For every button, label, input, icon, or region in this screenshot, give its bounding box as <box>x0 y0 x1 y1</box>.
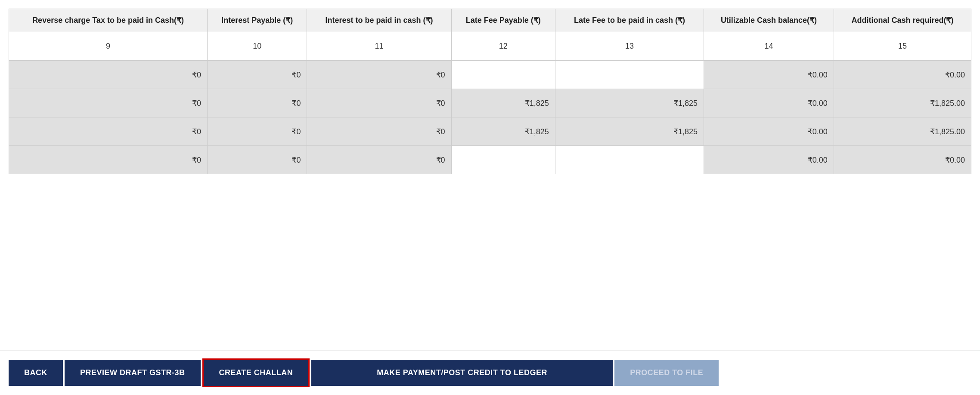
row4-col14: ₹0.00 <box>704 146 834 174</box>
row3-col15: ₹1,825.00 <box>834 117 971 146</box>
row1-col15: ₹0.00 <box>834 61 971 89</box>
row4-col11[interactable]: ₹0 <box>307 146 451 174</box>
col14-header: Utilizable Cash balance(₹) <box>704 9 834 32</box>
col15-header: Additional Cash required(₹) <box>834 9 971 32</box>
row4-col9[interactable]: ₹0 <box>9 146 208 174</box>
col-num-10: 10 <box>208 32 307 61</box>
row2-col13: ₹1,825 <box>555 89 704 117</box>
row2-col10[interactable]: ₹0 <box>208 89 307 117</box>
row1-col11[interactable]: ₹0 <box>307 61 451 89</box>
row4-col10[interactable]: ₹0 <box>208 146 307 174</box>
col-num-15: 15 <box>834 32 971 61</box>
row2-col9[interactable]: ₹0 <box>9 89 208 117</box>
row1-col13 <box>555 61 704 89</box>
col-num-12: 12 <box>451 32 555 61</box>
col-num-9: 9 <box>9 32 208 61</box>
row1-col9[interactable]: ₹0 <box>9 61 208 89</box>
col13-header: Late Fee to be paid in cash (₹) <box>555 9 704 32</box>
col9-header: Reverse charge Tax to be paid in Cash(₹) <box>9 9 208 32</box>
row3-col12: ₹1,825 <box>451 117 555 146</box>
row1-col12 <box>451 61 555 89</box>
data-row-1: ₹0 ₹0 ₹0 ₹0.00 ₹0.00 <box>9 61 971 89</box>
row2-col11[interactable]: ₹0 <box>307 89 451 117</box>
main-table-container: Reverse charge Tax to be paid in Cash(₹)… <box>0 0 980 350</box>
row3-col9[interactable]: ₹0 <box>9 117 208 146</box>
row3-col10[interactable]: ₹0 <box>208 117 307 146</box>
row4-col13 <box>555 146 704 174</box>
data-row-3: ₹0 ₹0 ₹0 ₹1,825 ₹1,825 ₹0.00 ₹1,825.00 <box>9 117 971 146</box>
payment-table: Reverse charge Tax to be paid in Cash(₹)… <box>9 9 971 174</box>
row3-col11[interactable]: ₹0 <box>307 117 451 146</box>
back-button[interactable]: BACK <box>9 360 63 386</box>
create-challan-button[interactable]: CREATE CHALLAN <box>202 358 310 387</box>
row1-col10[interactable]: ₹0 <box>208 61 307 89</box>
col-num-11: 11 <box>307 32 451 61</box>
header-row: Reverse charge Tax to be paid in Cash(₹)… <box>9 9 971 32</box>
row4-col12 <box>451 146 555 174</box>
col-num-14: 14 <box>704 32 834 61</box>
proceed-to-file-button[interactable]: PROCEED TO FILE <box>614 360 719 386</box>
col12-header: Late Fee Payable (₹) <box>451 9 555 32</box>
row3-col14: ₹0.00 <box>704 117 834 146</box>
row3-col13: ₹1,825 <box>555 117 704 146</box>
col11-header: Interest to be paid in cash (₹) <box>307 9 451 32</box>
row1-col14: ₹0.00 <box>704 61 834 89</box>
data-row-4: ₹0 ₹0 ₹0 ₹0.00 ₹0.00 <box>9 146 971 174</box>
data-row-2: ₹0 ₹0 ₹0 ₹1,825 ₹1,825 ₹0.00 ₹1,825.00 <box>9 89 971 117</box>
col10-header: Interest Payable (₹) <box>208 9 307 32</box>
col-num-13: 13 <box>555 32 704 61</box>
column-numbers-row: 9 10 11 12 13 14 15 <box>9 32 971 61</box>
action-bar: BACK PREVIEW DRAFT GSTR-3B CREATE CHALLA… <box>0 350 980 395</box>
row4-col15: ₹0.00 <box>834 146 971 174</box>
row2-col12: ₹1,825 <box>451 89 555 117</box>
make-payment-button[interactable]: MAKE PAYMENT/POST CREDIT TO LEDGER <box>311 360 613 386</box>
preview-button[interactable]: PREVIEW DRAFT GSTR-3B <box>65 360 201 386</box>
row2-col14: ₹0.00 <box>704 89 834 117</box>
row2-col15: ₹1,825.00 <box>834 89 971 117</box>
